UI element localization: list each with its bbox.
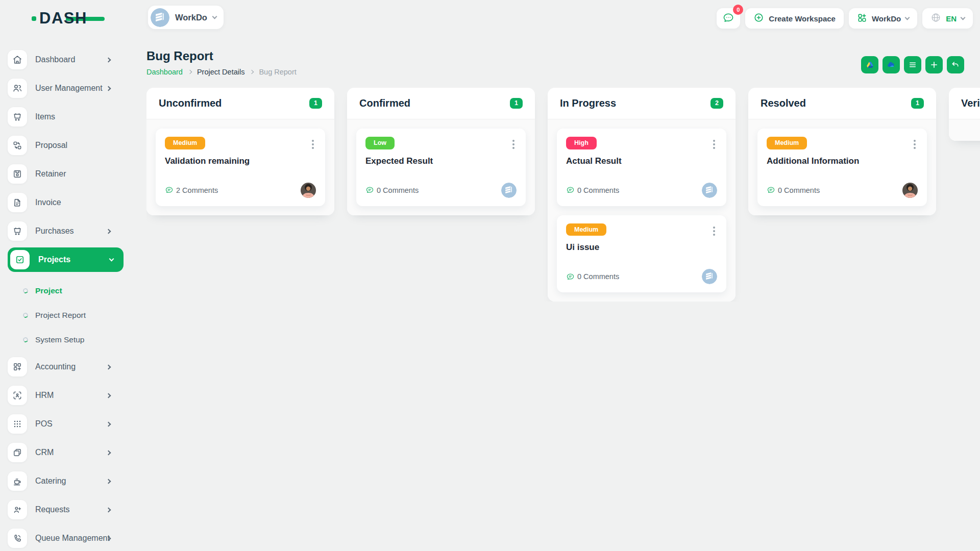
home-icon <box>8 50 27 69</box>
comments-count[interactable]: 0 Comments <box>566 186 619 194</box>
add-stage-button[interactable] <box>925 56 943 73</box>
sidebar-item-hrm[interactable]: HRM <box>8 386 124 405</box>
chevron-right-icon <box>106 450 111 455</box>
column-body: Medium Validation remaining 2 Comments <box>146 119 334 215</box>
assignee-avatar[interactable] <box>702 183 717 198</box>
sidebar-item-accounting[interactable]: Accounting <box>8 357 124 377</box>
comment-icon <box>566 186 575 194</box>
column-header: Veri <box>949 88 980 119</box>
priority-badge: Medium <box>566 223 606 236</box>
assignee-avatar[interactable] <box>501 183 517 198</box>
chevron-right-icon <box>106 364 111 369</box>
board-toolbar <box>861 56 964 73</box>
sidebar-item-projects[interactable]: Projects <box>8 247 124 272</box>
language-selector[interactable]: EN <box>922 8 973 29</box>
workspace-switcher[interactable]: WorkDo <box>148 6 224 29</box>
priority-badge: High <box>566 137 597 149</box>
column-count-badge: 1 <box>309 98 322 109</box>
sidebar-item-invoice[interactable]: Invoice <box>8 193 124 212</box>
task-card[interactable]: Medium Additional Information 0 Comments <box>757 129 927 206</box>
card-menu-button[interactable] <box>512 137 517 149</box>
chevron-right-icon <box>106 229 111 234</box>
sidebar-item-crm[interactable]: CRM <box>8 443 124 462</box>
comment-icon <box>767 186 775 194</box>
google-drive-button[interactable] <box>861 56 878 73</box>
card-menu-button[interactable] <box>713 137 717 149</box>
card-menu-button[interactable] <box>713 223 717 236</box>
sidebar-item-pos[interactable]: POS <box>8 414 124 434</box>
comments-count[interactable]: 2 Comments <box>165 186 218 194</box>
onedrive-button[interactable] <box>883 56 900 73</box>
sidebar-subitem-label: Project Report <box>35 311 86 320</box>
undo-arrow-icon <box>951 60 960 69</box>
task-card[interactable]: Medium Ui issue 0 Comments <box>557 215 726 293</box>
create-workspace-button[interactable]: Create Workspace <box>745 8 844 29</box>
sidebar-subitem-system-setup[interactable]: System Setup <box>8 328 131 352</box>
sidebar-subitem-project[interactable]: Project <box>8 279 131 303</box>
list-view-button[interactable] <box>904 56 921 73</box>
sidebar-item-label: CRM <box>35 448 54 457</box>
sidebar-item-proposal[interactable]: Proposal <box>8 136 124 155</box>
column-body: Medium Additional Information 0 Comments <box>748 119 936 215</box>
assignee-avatar[interactable] <box>902 183 918 198</box>
task-card[interactable]: Low Expected Result 0 Comments <box>356 129 526 206</box>
coffee-cup-icon <box>8 471 27 491</box>
task-card[interactable]: High Actual Result 0 Comments <box>557 129 726 206</box>
workspace-menu-button[interactable]: WorkDo <box>849 8 917 29</box>
column-header: Unconfirmed 1 <box>146 88 334 119</box>
column-body: Low Expected Result 0 Comments <box>347 119 535 215</box>
workspace-avatar-icon <box>151 8 169 27</box>
sidebar-subitem-label: Project <box>35 286 62 295</box>
sidebar-item-user-management[interactable]: User Management <box>8 79 124 98</box>
comments-count[interactable]: 0 Comments <box>767 186 820 194</box>
sidebar-subitem-project-report[interactable]: Project Report <box>8 303 131 328</box>
back-button[interactable] <box>947 56 964 73</box>
card-menu-button[interactable] <box>914 137 918 149</box>
breadcrumb-dashboard-link[interactable]: Dashboard <box>146 68 183 76</box>
assignee-avatar[interactable] <box>702 269 717 284</box>
column-count-badge: 1 <box>911 98 924 109</box>
task-card[interactable]: Medium Validation remaining 2 Comments <box>156 129 325 206</box>
breadcrumb-project-details-link[interactable]: Project Details <box>197 68 244 76</box>
chevron-down-icon <box>905 15 910 20</box>
comment-icon <box>566 272 575 281</box>
priority-badge: Medium <box>165 137 205 149</box>
kanban-column-in-progress: In Progress 2 High Actual Result <box>548 88 736 302</box>
column-title: In Progress <box>560 97 616 109</box>
sidebar-item-queue-management[interactable]: Queue Management <box>8 529 124 548</box>
kanban-column-confirmed: Confirmed 1 Low Expected Result <box>347 88 535 215</box>
top-header: DASH WorkDo 0 <box>0 0 980 37</box>
card-title: Validation remaining <box>165 156 316 166</box>
logo-accent-dot <box>32 16 36 21</box>
comments-count[interactable]: 0 Comments <box>365 186 419 194</box>
sidebar-item-dashboard[interactable]: Dashboard <box>8 50 124 69</box>
document-icon <box>8 193 27 212</box>
card-title: Expected Result <box>365 156 517 166</box>
swap-boxes-icon <box>8 136 27 155</box>
sidebar-item-label: Accounting <box>35 362 76 371</box>
card-menu-button[interactable] <box>312 137 316 149</box>
plus-circle-icon <box>753 12 764 24</box>
sidebar-item-label: Items <box>35 112 55 121</box>
chevron-right-icon <box>106 57 111 62</box>
sidebar-item-requests[interactable]: Requests <box>8 500 124 519</box>
user-focus-icon <box>8 386 27 405</box>
overlap-squares-icon <box>8 443 27 462</box>
sidebar-item-retainer[interactable]: Retainer <box>8 164 124 184</box>
chevron-right-icon <box>106 479 111 484</box>
sidebar-nav: Dashboard User Management Items <box>0 37 131 551</box>
messages-button[interactable]: 0 <box>717 8 740 29</box>
chevron-right-icon <box>106 86 111 91</box>
grid-plus-icon <box>8 357 27 377</box>
sidebar-item-purchases[interactable]: Purchases <box>8 221 124 241</box>
sidebar-item-items[interactable]: Items <box>8 107 124 127</box>
assignee-avatar[interactable] <box>301 183 316 198</box>
comment-icon <box>365 186 374 194</box>
column-header: Resolved 1 <box>748 88 936 119</box>
page-title: Bug Report <box>146 49 980 63</box>
chevron-right-icon <box>106 393 111 398</box>
comments-count[interactable]: 0 Comments <box>566 272 619 281</box>
brand-logo[interactable]: DASH <box>32 10 87 27</box>
sidebar-item-catering[interactable]: Catering <box>8 471 124 491</box>
column-title: Unconfirmed <box>159 97 222 109</box>
